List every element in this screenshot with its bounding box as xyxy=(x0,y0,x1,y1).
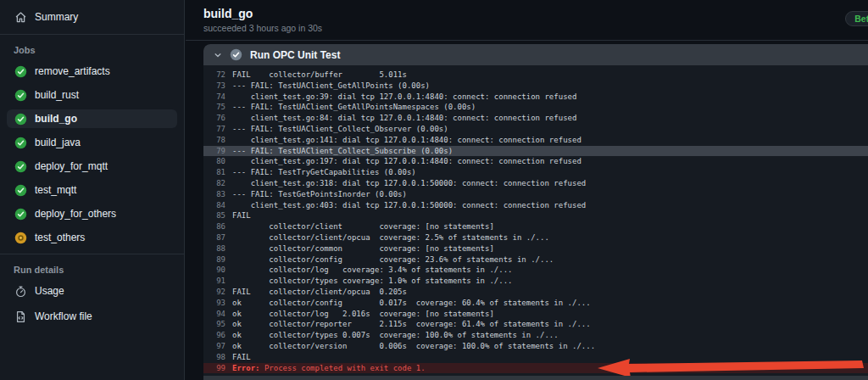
log-line-number[interactable]: 84 xyxy=(203,200,225,211)
code-file-icon xyxy=(14,310,27,323)
log-line-number[interactable]: 85 xyxy=(203,210,225,221)
step-check-circle-icon xyxy=(230,48,242,61)
log-row: 96 ok collector/types 0.007s coverage: 1… xyxy=(203,330,868,341)
check-circle-icon xyxy=(14,159,27,173)
sidebar-item-usage[interactable]: Usage xyxy=(7,282,177,300)
log-line-number[interactable]: 86 xyxy=(203,221,225,232)
log-line-text: ok collector/reporter 2.115s coverage: 6… xyxy=(225,319,591,330)
log-line-number[interactable]: 94 xyxy=(203,309,225,320)
jobs-section-header: Jobs xyxy=(0,35,184,62)
sidebar-job-item[interactable]: test_mqtt xyxy=(7,181,177,199)
log-line-number[interactable]: 79 xyxy=(203,146,225,157)
log-row: 98 FAIL xyxy=(203,352,868,363)
log-line-text: --- FAIL: TestUAClient_GetAllPoints (0.0… xyxy=(225,81,430,92)
log-row: 79 --- FAIL: TestUAClient_Collect_Subscr… xyxy=(203,146,868,157)
log-line-number[interactable]: 83 xyxy=(203,189,225,200)
log-row: 89 collector/config coverage: 23.6% of s… xyxy=(203,254,868,265)
sidebar-job-label: deploy_for_others xyxy=(35,208,116,220)
sidebar-job-label: remove_artifacts xyxy=(35,65,110,77)
log-line-text: FAIL collector/buffer 5.011s xyxy=(225,70,407,81)
beta-badge[interactable]: Beta xyxy=(845,11,868,26)
log-line-text: ok collector/config 0.017s coverage: 60.… xyxy=(225,298,591,309)
log-row: 82 client_test.go:318: dial tcp 127.0.0.… xyxy=(203,178,868,189)
sidebar-usage-label: Usage xyxy=(35,285,64,297)
log-line-number[interactable]: 80 xyxy=(203,156,225,167)
log-line-number[interactable]: 91 xyxy=(203,276,225,287)
log-line-text: collector/client coverage: [no statement… xyxy=(225,221,494,232)
log-line-number[interactable]: 98 xyxy=(203,352,225,363)
log-line-number[interactable]: 97 xyxy=(203,341,225,352)
sidebar-job-item[interactable]: deploy_for_others xyxy=(7,204,177,223)
log-line-number[interactable]: 82 xyxy=(203,178,225,189)
sidebar-job-label: build_java xyxy=(35,137,81,148)
log-row: 92 FAIL collector/client/opcua 0.205s xyxy=(203,287,868,298)
sidebar-job-item[interactable]: build_rust xyxy=(7,86,177,104)
sidebar-item-summary[interactable]: Summary xyxy=(7,7,177,27)
log-line-number[interactable]: 93 xyxy=(203,298,225,309)
log-row: 75 --- FAIL: TestUAClient_GetAllPointsNa… xyxy=(203,102,868,113)
run-header: build_go succeeded 3 hours ago in 30s Be… xyxy=(186,0,868,41)
check-circle-icon xyxy=(14,183,27,197)
log-line-text: client_test.go:84: dial tcp 127.0.0.1:48… xyxy=(225,113,576,124)
log-line-text: client_test.go:39: dial tcp 127.0.0.1:48… xyxy=(225,92,576,103)
log-line-text: collector/types coverage: 1.0% of statem… xyxy=(225,276,513,287)
sidebar-job-item[interactable]: test_others xyxy=(7,228,177,247)
log-line-number[interactable]: 92 xyxy=(203,287,225,298)
sidebar-job-item[interactable]: build_java xyxy=(7,133,177,152)
main-content: build_go succeeded 3 hours ago in 30s Be… xyxy=(186,0,868,380)
log-line-number[interactable]: 95 xyxy=(203,319,225,330)
run-details-list: Usage Workflow file xyxy=(0,282,184,326)
log-row: 84 client_test.go:403: dial tcp 127.0.0.… xyxy=(203,200,868,211)
log-line-number[interactable]: 87 xyxy=(203,232,225,243)
log-row: 88 collector/common coverage: [no statem… xyxy=(203,243,868,254)
log-row: 72 FAIL collector/buffer 5.011s xyxy=(203,70,868,81)
log-line-text: client_test.go:403: dial tcp 127.0.0.1:5… xyxy=(225,200,586,211)
log-line-number[interactable]: 88 xyxy=(203,243,225,254)
log-line-number[interactable]: 73 xyxy=(203,81,225,92)
log-row: 99 Error: Process completed with exit co… xyxy=(203,363,868,374)
check-circle-icon xyxy=(14,112,27,126)
log-line-text: --- FAIL: TestTryGetCapabilities (0.00s) xyxy=(225,167,416,178)
log-line-number[interactable]: 74 xyxy=(203,92,225,103)
sidebar: Summary Jobs remove_artifacts xyxy=(0,0,185,380)
log-line-number[interactable]: 72 xyxy=(203,70,225,81)
sidebar-job-label: build_rust xyxy=(35,89,79,101)
log-line-number[interactable]: 75 xyxy=(203,102,225,113)
sidebar-item-workflow-file[interactable]: Workflow file xyxy=(7,307,177,326)
jobs-list: remove_artifacts build_rust xyxy=(0,62,184,247)
log-line-number[interactable]: 89 xyxy=(203,254,225,265)
log-line-text: ok collector/types 0.007s coverage: 100.… xyxy=(225,330,559,341)
log-line-text: --- FAIL: TestUAClient_Collect_Observer … xyxy=(225,124,448,135)
step-header[interactable]: Run OPC Unit Test xyxy=(203,44,868,65)
home-icon xyxy=(14,10,27,24)
log-row: 86 collector/client coverage: [no statem… xyxy=(203,221,868,232)
sidebar-job-item[interactable]: remove_artifacts xyxy=(7,62,177,81)
sidebar-job-item[interactable]: build_go xyxy=(7,109,177,128)
sidebar-job-item[interactable]: deploy_for_mqtt xyxy=(7,157,177,176)
check-circle-icon xyxy=(14,88,27,102)
sidebar-summary-label: Summary xyxy=(35,11,78,23)
log-line-number[interactable]: 78 xyxy=(203,135,225,146)
log-line-number[interactable]: 90 xyxy=(203,265,225,276)
log-line-text: ok collector/version 0.006s coverage: 10… xyxy=(225,341,595,352)
log-line-number[interactable]: 76 xyxy=(203,113,225,124)
log-row: 95 ok collector/reporter 2.115s coverage… xyxy=(203,319,868,330)
run-details-section-header: Run details xyxy=(0,254,184,282)
chevron-down-icon[interactable] xyxy=(214,51,222,59)
step-title: Run OPC Unit Test xyxy=(250,49,340,61)
check-circle-icon xyxy=(14,207,27,221)
log-line-number[interactable]: 81 xyxy=(203,167,225,178)
log-line-text: --- FAIL: TestUAClient_GetAllPointsNames… xyxy=(225,102,476,113)
log-line-number[interactable]: 77 xyxy=(203,124,225,135)
waiting-icon xyxy=(14,231,27,244)
log-line-text: collector/log coverage: 3.4% of statemen… xyxy=(225,265,513,276)
log-line-number[interactable]: 99 xyxy=(203,363,225,374)
log-row: 85 FAIL xyxy=(203,210,868,221)
log-line-number[interactable]: 96 xyxy=(203,330,225,341)
page-title: build_go xyxy=(203,7,868,20)
log-row: 83 --- FAIL: TestGetPointsInorder (0.00s… xyxy=(203,189,868,200)
stopwatch-icon xyxy=(14,284,27,298)
log-row: 81 --- FAIL: TestTryGetCapabilities (0.0… xyxy=(203,167,868,178)
log-line-text: Error: Process completed with exit code … xyxy=(225,363,426,374)
log-line-text: --- FAIL: TestGetPointsInorder (0.00s) xyxy=(225,189,407,200)
